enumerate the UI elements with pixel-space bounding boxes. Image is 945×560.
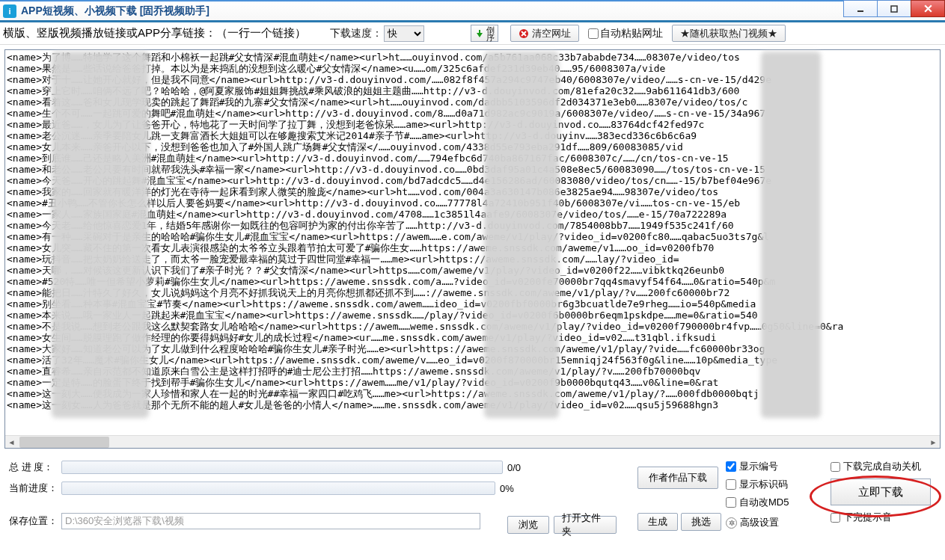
save-path-row: 保存位置： [9, 513, 533, 529]
save-path-input[interactable] [61, 513, 480, 529]
scroll-thumb[interactable] [19, 437, 109, 448]
show-bitrate-checkbox[interactable]: 显示标识码 [726, 477, 789, 492]
random-hot-button[interactable]: ★随机获取热门视频★ [672, 25, 786, 42]
show-index-checkbox[interactable]: 显示编号 [726, 459, 789, 474]
auto-md5-checkbox[interactable]: 自动改MD5 [726, 495, 789, 510]
save-path-label: 保存位置： [9, 514, 61, 528]
current-progress-bar [61, 481, 495, 495]
filter-button[interactable]: 挑选 [681, 513, 721, 531]
instruction-text: 横版、竖版视频播放链接或APP分享链接：（一行一个链接） [3, 26, 306, 40]
maximize-button[interactable] [877, 0, 911, 17]
finish-sound-checkbox[interactable]: 下完提示音 [831, 510, 892, 525]
browse-button[interactable]: 浏览 [507, 516, 549, 534]
url-list-panel: <name>为了博……特地学了这个舞蹈和小棉袄一起跳#父女情深#混血萌娃</na… [4, 49, 941, 449]
total-progress-text: 0/0 [503, 462, 533, 473]
scroll-right-icon[interactable]: ► [927, 436, 940, 449]
toolbar: 横版、竖版视频播放链接或APP分享链接：（一行一个链接） 下载速度： 快 倒序 … [0, 22, 945, 45]
app-icon: i [3, 4, 16, 18]
total-progress-row: 总 进 度： 0/0 [9, 459, 533, 476]
close-button[interactable] [911, 0, 945, 17]
scroll-left-icon[interactable]: ◄ [5, 436, 18, 449]
advanced-settings-link[interactable]: ✲ 高级设置 [726, 516, 789, 529]
autopaste-checkbox[interactable]: 自动粘贴网址 [588, 27, 663, 40]
options-column: 显示编号 显示标识码 自动改MD5 ✲ 高级设置 [726, 459, 789, 529]
sort-button[interactable]: 倒序 [471, 25, 498, 42]
svg-rect-1 [891, 6, 897, 12]
speed-select[interactable]: 快 [384, 25, 424, 42]
right-column: 下载完成自动关机 立即下载 下完提示音 [831, 459, 935, 525]
titlebar: i APP短视频、小视频下载 [固乔视频助手] [0, 0, 945, 22]
gear-icon: ✲ [726, 517, 737, 529]
clear-icon [519, 28, 529, 39]
autopaste-label: 自动粘贴网址 [600, 27, 663, 40]
current-progress-label: 当前进度： [9, 481, 61, 495]
window-title: APP短视频、小视频下载 [固乔视频助手] [21, 4, 210, 18]
auto-shutdown-checkbox[interactable]: 下载完成自动关机 [831, 459, 921, 474]
clear-url-button[interactable]: 清空网址 [510, 25, 579, 42]
open-folder-button[interactable]: 打开文件夹 [554, 516, 617, 534]
current-progress-row: 当前进度： 0% [9, 480, 533, 496]
generate-button[interactable]: 生成 [637, 513, 678, 531]
window-controls [844, 0, 945, 19]
current-progress-text: 0% [495, 483, 525, 494]
author-works-button[interactable]: 作者作品下载 [637, 467, 718, 489]
arrow-down-icon [474, 28, 485, 39]
total-progress-label: 总 进 度： [9, 461, 61, 474]
horizontal-scrollbar[interactable]: ◄ ► [5, 435, 940, 448]
minimize-button[interactable] [843, 0, 878, 17]
speed-label: 下载速度： [330, 27, 382, 40]
total-progress-bar [61, 461, 503, 474]
download-now-button[interactable]: 立即下载 [831, 479, 931, 505]
